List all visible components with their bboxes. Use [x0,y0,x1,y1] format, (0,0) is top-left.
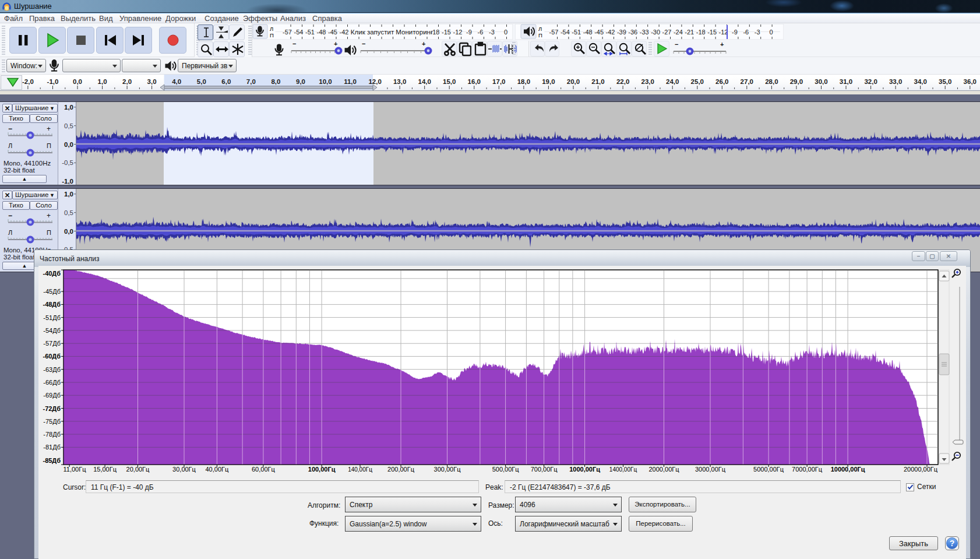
svg-text:-51Дб: -51Дб [43,314,61,321]
svg-text:-60Дб: -60Дб [43,353,61,360]
svg-text:-72Дб: -72Дб [43,405,61,412]
svg-text:-54Дб: -54Дб [43,327,61,334]
svg-text:-63Дб: -63Дб [43,366,61,373]
svg-text:31,0: 31,0 [840,78,852,85]
svg-text:-48: -48 [317,29,326,36]
svg-text:-27: -27 [662,29,672,36]
svg-text:-69Дб: -69Дб [43,392,61,399]
svg-text:25,0: 25,0 [691,78,704,85]
svg-text:-54: -54 [560,29,570,36]
svg-text:10,0: 10,0 [319,78,332,85]
svg-text:-57: -57 [283,29,292,36]
svg-text:1400,00Гц: 1400,00Гц [609,466,637,473]
svg-text:-57: -57 [549,29,559,36]
svg-text:6,0: 6,0 [221,78,231,85]
svg-text:20000,00Гц: 20000,00Гц [904,466,938,473]
svg-text:7,0: 7,0 [246,78,256,85]
svg-text:-51: -51 [305,29,315,36]
svg-text:−: − [292,41,296,47]
svg-text:-57Дб: -57Дб [43,340,61,347]
svg-text:2,0: 2,0 [122,78,132,85]
svg-text:34,0: 34,0 [914,78,927,85]
svg-text:-12: -12 [453,29,463,36]
svg-text:-21: -21 [685,29,694,36]
svg-text:-51: -51 [572,29,581,36]
svg-text:+: + [720,41,724,48]
svg-text:1,0: 1,0 [98,78,107,85]
svg-text:4,0: 4,0 [172,78,181,85]
svg-text:0: 0 [504,29,507,36]
svg-text:-3: -3 [755,29,760,36]
svg-text:-45: -45 [594,29,604,36]
svg-text:11,00Гц: 11,00Гц [64,466,87,473]
svg-text:-33: -33 [640,29,649,36]
svg-text:-9: -9 [466,29,472,36]
svg-text:5,0: 5,0 [197,78,206,85]
svg-text:0: 0 [770,29,773,36]
svg-text:Клик запустит Мониторинг: Клик запустит Мониторинг [351,29,433,36]
svg-text:-18: -18 [696,29,706,36]
svg-text:−: − [362,41,365,47]
svg-text:-42: -42 [606,29,615,36]
svg-text:33,0: 33,0 [889,78,902,85]
svg-text:-15: -15 [707,29,717,36]
svg-text:+: + [334,41,337,47]
svg-text:-42: -42 [340,29,349,36]
svg-text:14,0: 14,0 [418,78,431,85]
svg-text:21,0: 21,0 [591,78,604,85]
svg-text:28,0: 28,0 [765,78,778,85]
svg-text:-40Дб: -40Дб [43,270,61,277]
svg-text:-6: -6 [478,29,484,36]
svg-text:-1,0: -1,0 [47,78,59,85]
svg-text:24,0: 24,0 [666,78,679,85]
svg-text:19,0: 19,0 [542,78,555,85]
svg-text:15,0: 15,0 [443,78,456,85]
svg-text:−: − [675,41,678,48]
svg-text:-6: -6 [743,29,749,36]
svg-text:+: + [422,41,425,47]
svg-text:23,0: 23,0 [641,78,654,85]
svg-text:-75Дб: -75Дб [43,418,61,425]
svg-text:29,0: 29,0 [790,78,803,85]
svg-text:30,0: 30,0 [815,78,827,85]
svg-text:3,0: 3,0 [147,78,157,85]
svg-text:20,0: 20,0 [567,78,580,85]
svg-text:26,0: 26,0 [715,78,728,85]
svg-text:16,0: 16,0 [468,78,481,85]
svg-text:-85Дб: -85Дб [43,457,61,464]
svg-text:17,0: 17,0 [492,78,505,85]
svg-text:-9: -9 [732,29,738,36]
svg-text:27,0: 27,0 [741,78,753,85]
svg-text:0,0: 0,0 [73,78,82,85]
svg-text:-81Дб: -81Дб [43,444,61,451]
svg-text:9,0: 9,0 [296,78,305,85]
svg-text:8,0: 8,0 [271,78,280,85]
svg-text:-78Дб: -78Дб [43,431,61,438]
svg-text:-15: -15 [442,29,451,36]
svg-text:П: П [538,32,542,38]
svg-text:32,0: 32,0 [864,78,877,85]
svg-text:-48: -48 [583,29,593,36]
svg-text:-39: -39 [617,29,626,36]
svg-text:-66Дб: -66Дб [43,379,61,386]
svg-text:18,0: 18,0 [517,78,530,85]
svg-text:Л: Л [270,26,273,32]
svg-text:-2,0: -2,0 [22,78,34,85]
svg-text:35,0: 35,0 [939,78,951,85]
svg-text:-30: -30 [651,29,660,36]
svg-text:140,00Гц: 140,00Гц [348,466,372,473]
svg-text:-54: -54 [294,29,304,36]
svg-text:11,0: 11,0 [344,78,357,85]
svg-text:-48Дб: -48Дб [43,301,61,308]
svg-text:-36: -36 [628,29,637,36]
svg-text:13,0: 13,0 [393,78,406,85]
svg-text:-3: -3 [489,29,495,36]
svg-text:-45Дб: -45Дб [43,288,61,295]
svg-text:П: П [270,32,274,38]
svg-text:-45: -45 [328,29,337,36]
svg-text:36,0: 36,0 [964,78,977,85]
svg-text:Л: Л [538,26,542,32]
svg-text:-24: -24 [674,29,683,36]
svg-text:12,0: 12,0 [368,78,381,85]
svg-text:22,0: 22,0 [616,78,629,85]
